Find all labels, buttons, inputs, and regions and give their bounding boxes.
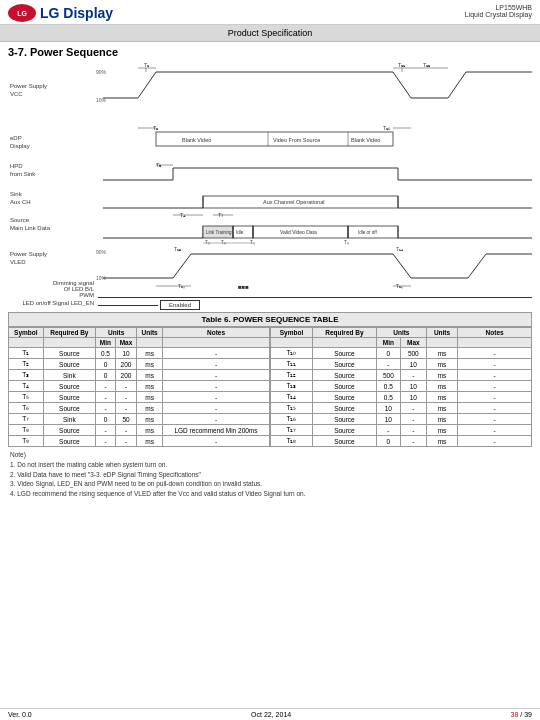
- logo-area: LG LG Display: [8, 4, 113, 22]
- cell-min: 0: [96, 370, 116, 381]
- model-number: LP155WHB: [465, 4, 532, 11]
- svg-text:T₉: T₉: [344, 240, 349, 245]
- table-row: T₉ Source - - ms -: [9, 436, 270, 447]
- svg-text:T₁₃: T₁₃: [174, 246, 181, 252]
- cell-notes: -: [163, 403, 270, 414]
- svg-text:Video From Source: Video From Source: [273, 137, 320, 143]
- cell-req: Source: [43, 381, 96, 392]
- cell-notes: -: [163, 414, 270, 425]
- cell-max: 10: [115, 348, 136, 359]
- right-table: Symbol Required By Units Units Notes Min…: [270, 327, 532, 447]
- table-row: T₁₀ Source 0 500 ms -: [271, 348, 532, 359]
- col-req-l: Required By: [43, 328, 96, 338]
- cell-min: 10: [376, 403, 400, 414]
- cell-req: Source: [313, 370, 377, 381]
- svg-line-81: [393, 254, 411, 278]
- cell-symbol: T₈: [9, 425, 44, 436]
- cell-max: 500: [400, 348, 426, 359]
- svg-text:VLED: VLED: [10, 259, 26, 265]
- cell-notes: -: [458, 370, 532, 381]
- cell-req: Source: [313, 381, 377, 392]
- col-min-r: Min: [376, 338, 400, 348]
- table-row: T₅ Source - - ms -: [9, 392, 270, 403]
- cell-notes: -: [163, 392, 270, 403]
- cell-units: ms: [137, 392, 163, 403]
- table-row: T₁₃ Source 0.5 10 ms -: [271, 381, 532, 392]
- cell-max: -: [115, 403, 136, 414]
- note-item: 2. Valid Data have to meet "3-3. eDP Sig…: [10, 470, 530, 480]
- cell-max: -: [400, 414, 426, 425]
- svg-text:Idle: Idle: [236, 230, 244, 235]
- col-blank2-l: [43, 338, 96, 348]
- cell-max: 200: [115, 359, 136, 370]
- svg-text:90%: 90%: [96, 69, 107, 75]
- svg-text:Source: Source: [10, 217, 30, 223]
- svg-text:Blank Video: Blank Video: [351, 137, 380, 143]
- table-row: T₁₂ Source 500 - ms -: [271, 370, 532, 381]
- svg-text:Display: Display: [10, 143, 30, 149]
- cell-max: -: [400, 436, 426, 447]
- cell-notes: -: [163, 348, 270, 359]
- power-sequence-diagram: Power Supply VCC eDP Display HPD from Si…: [0, 60, 540, 290]
- cell-symbol: T₉: [9, 436, 44, 447]
- led-en-label: LED on/off Signal LED_EN: [8, 300, 98, 310]
- cell-units: ms: [426, 425, 457, 436]
- page-header: LG LG Display LP155WHB Liquid Crystal Di…: [0, 0, 540, 25]
- cell-symbol: T₁₂: [271, 370, 313, 381]
- cell-units: ms: [137, 436, 163, 447]
- col-min-l: Min: [96, 338, 116, 348]
- svg-text:VCC: VCC: [10, 91, 23, 97]
- svg-text:from Sink: from Sink: [10, 171, 36, 177]
- cell-symbol: T₁₆: [271, 414, 313, 425]
- cell-notes: -: [458, 425, 532, 436]
- cell-notes: -: [458, 359, 532, 370]
- col-max-r: Max: [400, 338, 426, 348]
- cell-min: -: [96, 425, 116, 436]
- section-title: 3-7. Power Sequence: [0, 42, 540, 60]
- cell-max: -: [400, 403, 426, 414]
- svg-text:T₈: T₈: [250, 240, 255, 245]
- cell-min: 500: [376, 370, 400, 381]
- cell-req: Source: [43, 392, 96, 403]
- cell-req: Source: [313, 403, 377, 414]
- table-row: T₁ Source 0.5 10 ms -: [9, 348, 270, 359]
- cell-units: ms: [426, 381, 457, 392]
- col-blank-l: [9, 338, 44, 348]
- cell-units: ms: [137, 425, 163, 436]
- cell-symbol: T₁: [9, 348, 44, 359]
- table-row: T₁₈ Source 0 - ms -: [271, 436, 532, 447]
- svg-text:T₆: T₆: [221, 240, 226, 245]
- cell-symbol: T₁₃: [271, 381, 313, 392]
- cell-units: ms: [426, 348, 457, 359]
- cell-req: Source: [313, 348, 377, 359]
- col-symbol-l: Symbol: [9, 328, 44, 338]
- cell-symbol: T₁₈: [271, 436, 313, 447]
- pwm-text: PWM: [8, 292, 94, 298]
- page-footer: Ver. 0.0 Oct 22, 2014 38 / 39: [0, 708, 540, 720]
- cell-req: Source: [43, 359, 96, 370]
- cell-notes: -: [458, 392, 532, 403]
- cell-units: ms: [137, 403, 163, 414]
- svg-text:Main Link Data: Main Link Data: [10, 225, 51, 231]
- enabled-label: Enabled: [160, 300, 200, 310]
- cell-symbol: T₁₇: [271, 425, 313, 436]
- cell-units: ms: [426, 436, 457, 447]
- cell-symbol: T₁₄: [271, 392, 313, 403]
- cell-notes: -: [458, 436, 532, 447]
- cell-max: 10: [400, 381, 426, 392]
- svg-text:90%: 90%: [96, 249, 107, 255]
- cell-min: -: [96, 403, 116, 414]
- cell-max: -: [115, 392, 136, 403]
- cell-req: Source: [313, 425, 377, 436]
- svg-line-79: [173, 254, 191, 278]
- cell-units: ms: [137, 359, 163, 370]
- version: Ver. 0.0: [8, 711, 32, 718]
- cell-max: 200: [115, 370, 136, 381]
- cell-max: 50: [115, 414, 136, 425]
- cell-req: Source: [43, 425, 96, 436]
- svg-text:T₁₀: T₁₀: [383, 125, 391, 131]
- cell-req: Source: [313, 414, 377, 425]
- svg-text:HPD: HPD: [10, 163, 23, 169]
- display-type: Liquid Crystal Display: [465, 11, 532, 18]
- cell-req: Sink: [43, 370, 96, 381]
